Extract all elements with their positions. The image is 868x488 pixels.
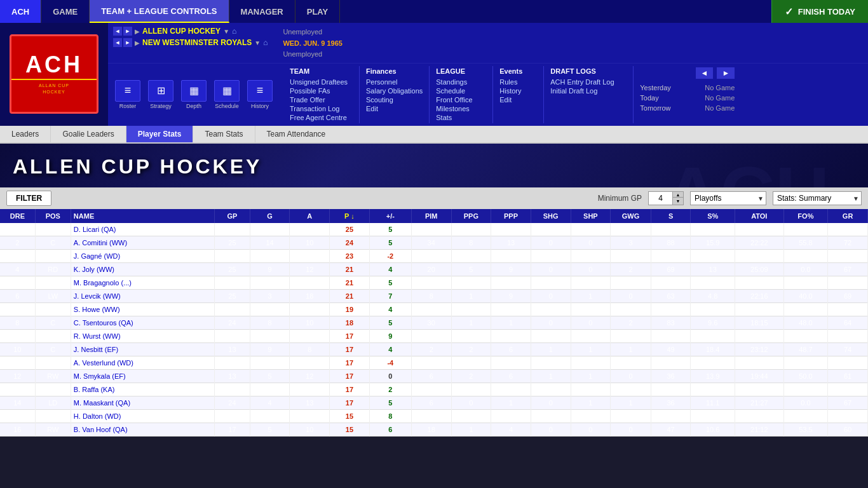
schedule-link[interactable]: Schedule	[436, 86, 486, 95]
front-office-link[interactable]: Front Office	[436, 95, 486, 104]
col-header-shg[interactable]: SHG	[531, 209, 571, 223]
schedule-nav-icon[interactable]: ▦ Schedule	[212, 80, 241, 109]
finish-today-button[interactable]: ✓ FINISH TODAY	[771, 0, 868, 23]
col-header-pm[interactable]: +/-	[369, 209, 411, 223]
gp-spin-down[interactable]: ▼	[673, 198, 683, 204]
cell-name[interactable]: M. Maaskant (QA)	[71, 396, 214, 409]
team-name[interactable]: NEW WESTMINSTER ROYALS	[142, 38, 252, 47]
prev-league-btn[interactable]: ◄	[113, 27, 122, 36]
salary-link[interactable]: Salary Obligations	[366, 86, 423, 95]
cell-name[interactable]: H. Dalton (WD)	[71, 409, 214, 423]
next-team-btn[interactable]: ►	[123, 38, 132, 47]
cell-name[interactable]: R. Wurst (WW)	[71, 329, 214, 342]
min-gp-label: Minimum GP	[598, 194, 642, 203]
cell-ppg: 0	[451, 383, 491, 396]
nav-manager[interactable]: MANAGER	[229, 0, 295, 23]
panel-prev-btn[interactable]: ◄	[696, 67, 714, 79]
cell-atoi: 21:27	[735, 223, 784, 236]
cell-name[interactable]: B. Raffa (KA)	[71, 383, 214, 396]
standings-link[interactable]: Standings	[436, 78, 486, 86]
col-header-dre[interactable]: DRE	[0, 209, 35, 223]
col-header-pim[interactable]: PIM	[411, 209, 451, 223]
cell-name[interactable]: D. Licari (QA)	[71, 223, 214, 236]
col-header-ppg[interactable]: PPG	[451, 209, 491, 223]
trade-offer-link[interactable]: Trade Offer	[290, 95, 353, 104]
finances-edit-link[interactable]: Edit	[366, 104, 423, 113]
league-name[interactable]: ALLEN CUP HOCKEY	[142, 27, 220, 36]
col-header-g[interactable]: G	[250, 209, 290, 223]
cell-name[interactable]: C. Tsentouros (QA)	[71, 316, 214, 329]
nav-game[interactable]: GAME	[41, 0, 90, 23]
col-header-a[interactable]: A	[290, 209, 330, 223]
col-header-atoi[interactable]: ATOI	[735, 209, 784, 223]
stats-link[interactable]: Stats	[436, 113, 486, 122]
cell-pim: 20	[411, 356, 451, 369]
cell-ppg: 2	[451, 302, 491, 316]
filter-button[interactable]: FILTER	[6, 191, 51, 206]
prev-team-btn[interactable]: ◄	[113, 38, 122, 47]
col-header-name[interactable]: NAME	[71, 209, 214, 223]
panel-next-btn[interactable]: ►	[717, 67, 735, 79]
cell-pos: RW	[35, 423, 71, 436]
nav-play[interactable]: PLAY	[295, 0, 340, 23]
cell-name[interactable]: J. Levcik (WW)	[71, 289, 214, 302]
depth-nav-icon[interactable]: ▦ Depth	[179, 80, 208, 109]
cell-name[interactable]: M. Smykala (EF)	[71, 369, 214, 383]
cell-name[interactable]: J. Gagné (WD)	[71, 249, 214, 262]
tab-team-attendance[interactable]: Team Attendance	[255, 126, 337, 142]
cell-name[interactable]: A. Comitini (WW)	[71, 236, 214, 249]
cell-pos: LW	[35, 276, 71, 289]
events-edit-link[interactable]: Edit	[499, 95, 537, 104]
nav-team-league[interactable]: TEAM + LEAGUE CONTROLS	[90, 0, 229, 23]
roster-nav-icon[interactable]: ≡ Roster	[113, 80, 142, 109]
cell-fo: 0.0	[783, 262, 828, 276]
cell-gr: 61	[828, 369, 868, 383]
scouting-link[interactable]: Scouting	[366, 95, 423, 104]
cell-s: 30	[651, 383, 691, 396]
cell-gr: 65	[828, 249, 868, 262]
tab-team-stats[interactable]: Team Stats	[193, 126, 255, 142]
col-header-ppp[interactable]: PPP	[491, 209, 531, 223]
playoff-select[interactable]: Playoffs Regular Season Both	[690, 191, 766, 205]
personnel-link[interactable]: Personnel	[366, 78, 423, 86]
min-gp-input[interactable]	[648, 191, 672, 205]
history-link[interactable]: History	[499, 86, 537, 95]
ach-draft-log-link[interactable]: ACH Entry Draft Log	[550, 78, 627, 86]
col-header-p[interactable]: P ↓	[330, 209, 370, 223]
cell-name[interactable]: K. Joly (WW)	[71, 262, 214, 276]
rules-link[interactable]: Rules	[499, 78, 537, 86]
league-home-icon[interactable]: ⌂	[232, 27, 236, 36]
free-agent-link[interactable]: Free Agent Centre	[290, 113, 353, 122]
history-nav-icon[interactable]: ≡ History	[245, 80, 275, 109]
cell-name[interactable]: J. Nesbitt (EF)	[71, 342, 214, 356]
col-header-sp[interactable]: S%	[691, 209, 735, 223]
cell-name[interactable]: A. Vesterlund (WD)	[71, 356, 214, 369]
possible-fas-link[interactable]: Possible FAs	[290, 86, 353, 95]
col-header-pos[interactable]: POS	[35, 209, 71, 223]
checkmark-icon: ✓	[785, 6, 793, 18]
col-header-s[interactable]: S	[651, 209, 691, 223]
next-league-btn[interactable]: ►	[123, 27, 132, 36]
stats-select[interactable]: Stats: Summary Stats: Skaters Stats: Goa…	[773, 191, 862, 205]
col-header-gwg[interactable]: GWG	[611, 209, 651, 223]
milestones-link[interactable]: Milestones	[436, 104, 486, 113]
tab-goalie-leaders[interactable]: Goalie Leaders	[51, 126, 126, 142]
nav-ach[interactable]: ACH	[0, 0, 41, 23]
col-header-fo[interactable]: FO%	[783, 209, 828, 223]
team-home-icon[interactable]: ⌂	[263, 38, 268, 47]
initial-draft-log-link[interactable]: Initial Draft Log	[550, 86, 627, 95]
cell-sp: 13.9	[691, 369, 735, 383]
tab-leaders[interactable]: Leaders	[0, 126, 51, 142]
gp-spin-up[interactable]: ▲	[673, 192, 683, 198]
cell-g: 9	[250, 262, 290, 276]
col-header-gp[interactable]: GP	[215, 209, 250, 223]
transaction-log-link[interactable]: Transaction Log	[290, 104, 353, 113]
strategy-nav-icon[interactable]: ⊞ Strategy	[146, 80, 175, 109]
tab-player-stats[interactable]: Player Stats	[126, 126, 194, 142]
cell-name[interactable]: M. Bragagnolo (...)	[71, 276, 214, 289]
cell-name[interactable]: B. Van Hoof (QA)	[71, 423, 214, 436]
col-header-gr[interactable]: GR	[828, 209, 868, 223]
cell-name[interactable]: S. Howe (WW)	[71, 302, 214, 316]
unsigned-draftees-link[interactable]: Unsigned Draftees	[290, 78, 353, 86]
col-header-shp[interactable]: SHP	[571, 209, 611, 223]
